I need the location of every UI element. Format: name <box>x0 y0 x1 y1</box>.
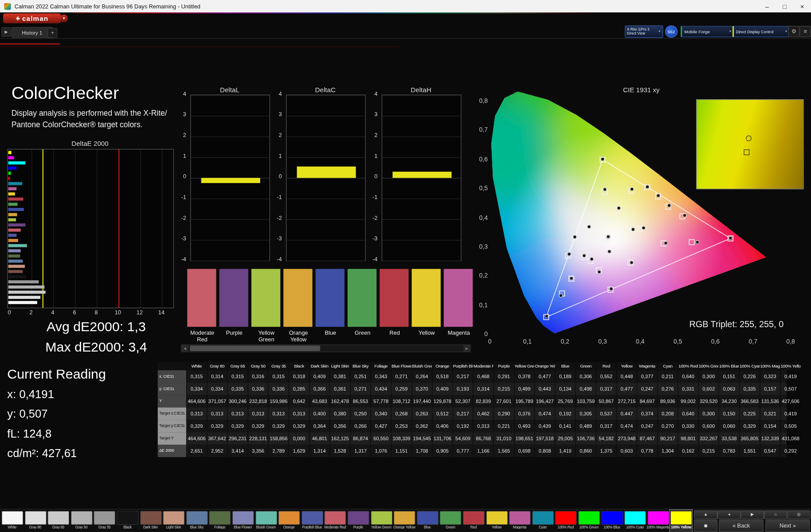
logo-dropdown-button[interactable]: ▼ <box>60 15 67 22</box>
table-row: Target x:CIE310,3130,3130,3130,3130,3130… <box>158 407 787 420</box>
patch-swatch <box>417 511 439 524</box>
patch-swatch <box>325 511 346 524</box>
table-cell: 0,292 <box>780 445 801 457</box>
table-row: Y464,606371,057300,246232,818159,9860,64… <box>158 395 787 407</box>
scroll-left-icon[interactable]: ◂ <box>181 345 188 352</box>
patch-button[interactable]: White <box>1 510 23 532</box>
stop-button[interactable]: ■ <box>694 520 717 532</box>
patch-button[interactable]: Magenta <box>509 510 531 532</box>
scrollbar-thumb[interactable] <box>190 345 320 351</box>
next-button[interactable]: Next » <box>765 520 810 532</box>
measured-point <box>588 225 591 228</box>
gridline <box>162 149 162 308</box>
source-selector[interactable]: Mobile Forge ▼ <box>681 26 734 37</box>
deltaE-bar <box>8 192 15 196</box>
table-cell: 0,499 <box>514 383 535 395</box>
display-control-selector[interactable]: Direct Display Control ▼ <box>733 26 791 37</box>
table-cell: 371,057 <box>207 395 227 407</box>
minimize-button[interactable]: – <box>758 0 776 12</box>
deltaE-bar <box>8 229 21 232</box>
calman-logo-button[interactable]: ◈ calman <box>3 13 61 23</box>
power-button[interactable]: ◎ <box>787 510 810 519</box>
table-cell: 2,952 <box>207 445 227 457</box>
patch-button[interactable]: Gray 65 <box>47 510 69 532</box>
patch-button[interactable]: Bluish Green <box>255 510 277 532</box>
table-cell: 0,192 <box>453 420 473 432</box>
table-cell: 0,060 <box>719 420 740 432</box>
patch-button[interactable]: 100% Cyan <box>624 510 646 532</box>
patch-button[interactable]: Foliage <box>209 510 231 532</box>
patch-button[interactable]: Blue Sky <box>186 510 208 532</box>
patch-button[interactable]: Cyan <box>532 510 554 532</box>
table-cell: 0,329 <box>187 420 207 432</box>
patch-button[interactable]: 100% Magenta <box>647 510 669 532</box>
patch-button[interactable]: Yellow Green <box>370 510 392 532</box>
patch-button[interactable]: Orange Yellow <box>393 510 415 532</box>
color-swatch <box>219 269 248 327</box>
patch-swatch <box>601 511 623 524</box>
patch-button[interactable]: Dark Skin <box>139 510 161 532</box>
table-cell: 0,377 <box>637 370 658 383</box>
table-cell: 0,356 <box>330 420 350 432</box>
patch-button[interactable]: Gray 50 <box>70 510 92 532</box>
menu-icon[interactable]: ≡ <box>799 26 811 37</box>
table-cell: 27,601 <box>494 395 514 407</box>
table-cell: 50,867 <box>596 395 617 407</box>
table-cell: 272,715 <box>617 395 637 407</box>
patch-button[interactable]: 100% Red <box>555 510 577 532</box>
skip-back-button[interactable]: ◂ <box>717 510 740 519</box>
patch-label: Blue Sky <box>184 525 209 529</box>
patch-label: Magenta <box>508 525 532 529</box>
collapse-up-button[interactable]: ▲ <box>694 510 717 519</box>
column-header: Gray 80 <box>207 362 227 371</box>
axis-tick-label: 14 <box>156 309 166 316</box>
patch-button[interactable]: 100% Yellow <box>670 510 692 532</box>
measured-point <box>630 261 633 264</box>
scroll-right-icon[interactable]: ▸ <box>463 345 470 352</box>
patch-button[interactable]: 100% Blue <box>601 510 623 532</box>
rgb-triplet-readout: RGB Triplet: 255, 255, 0 <box>689 320 784 330</box>
patch-button[interactable]: Blue Flower <box>232 510 254 532</box>
measured-point <box>601 157 604 160</box>
table-cell: 0,271 <box>392 370 412 383</box>
patch-button[interactable]: Yellow <box>486 510 508 532</box>
patch-button[interactable]: Light Skin <box>162 510 184 532</box>
swatch-item: Magenta <box>443 269 474 347</box>
add-tab-button[interactable]: + <box>47 28 57 38</box>
table-cell: 0,313 <box>269 407 289 420</box>
swatch-scrollbar[interactable]: ◂ ▸ <box>181 344 470 352</box>
patch-button[interactable]: 100% Green <box>578 510 600 532</box>
table-cell: 0,477 <box>535 370 555 383</box>
current-reading-title: Current Reading <box>7 366 106 382</box>
table-cell: 89,936 <box>658 395 678 407</box>
patch-button[interactable]: Purplish Blue <box>301 510 323 532</box>
back-button[interactable]: « Back <box>719 520 763 532</box>
patch-button[interactable]: Blue <box>416 510 439 532</box>
maximize-button[interactable]: □ <box>776 0 794 12</box>
close-button[interactable]: × <box>793 0 811 12</box>
patch-button[interactable]: Red <box>462 510 485 532</box>
patch-button[interactable]: Black <box>116 510 138 532</box>
patch-button[interactable]: Gray 80 <box>24 510 46 532</box>
read-continuous-button[interactable]: ▶ <box>740 510 764 519</box>
patch-button[interactable]: Orange <box>278 510 300 532</box>
meter-selector[interactable]: X-Rite i1Pro 3 Direct View ▼ <box>625 25 663 38</box>
patch-label: White <box>0 525 24 529</box>
play-layout-button[interactable]: ▶ <box>1 27 11 37</box>
table-cell: 0,329 <box>289 420 310 432</box>
column-header: Bluish Green <box>412 362 432 371</box>
patch-button[interactable]: Green <box>439 510 462 532</box>
deltaE-bar <box>8 218 16 221</box>
patch-button[interactable]: Gray 35 <box>93 510 115 532</box>
table-cell: 0,380 <box>330 407 350 420</box>
gear-icon[interactable]: ⚙ <box>788 26 800 37</box>
table-cell: 0,474 <box>535 407 555 420</box>
table-cell: 0,335 <box>740 383 760 395</box>
patch-swatch <box>302 511 323 524</box>
home-button[interactable]: ⌂ <box>764 510 787 519</box>
tab-history-1[interactable]: History 1 <box>12 27 53 39</box>
patch-button[interactable]: Purple <box>347 510 369 532</box>
table-cell: 0,300 <box>699 407 719 420</box>
measured-point <box>610 287 613 290</box>
patch-button[interactable]: Moderate Red <box>324 510 346 532</box>
